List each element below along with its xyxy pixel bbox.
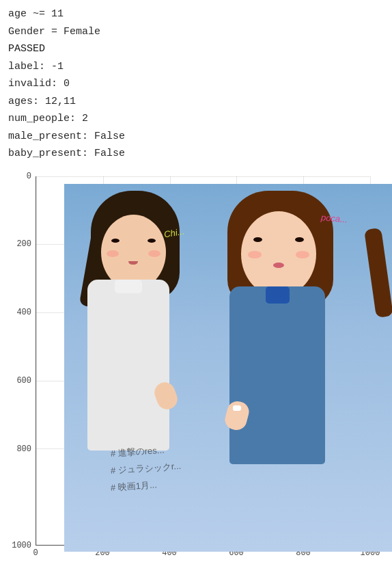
name-poca-overlay: poca...	[320, 212, 348, 224]
chart-container: 0 200 400 600 800 1000 0 200 400 600 800…	[8, 170, 377, 573]
girl-left-collar	[115, 280, 142, 293]
girl-left-eye-l	[111, 239, 120, 243]
male-present-line: male_present: False	[8, 128, 384, 146]
girl-left-body	[87, 280, 169, 451]
girl-right-hand	[223, 399, 251, 433]
girl-right-blush-r	[296, 251, 309, 258]
y-label-600: 600	[16, 376, 31, 386]
girl-left-mouth	[128, 261, 138, 265]
hashtag-overlay: # 進撃のres... # ジュラシックr... # 映画1月...	[81, 446, 380, 496]
girl-right-face	[241, 211, 316, 297]
ages-line: ages: 12,11	[8, 93, 384, 111]
baby-present-line: baby_present: False	[8, 145, 384, 163]
ring	[233, 405, 241, 411]
girl-left-blush-r	[148, 250, 160, 257]
y-label-800: 800	[16, 444, 31, 454]
passed-line: PASSED	[8, 40, 384, 58]
girl-right-hair-side	[364, 228, 392, 318]
label-line: label: -1	[8, 58, 384, 76]
invalid-line: invalid: 0	[8, 75, 384, 93]
photo-image: Chi... poca... # 進撃のres... # ジュラシックr... …	[64, 184, 392, 552]
y-label-0: 0	[27, 172, 31, 181]
grid-v-0	[36, 176, 37, 545]
girl-left-face	[101, 215, 166, 290]
girl-left-hand	[152, 379, 180, 412]
girl-left-eye-r	[148, 239, 156, 243]
num-people-line: num_people: 2	[8, 110, 384, 128]
girl-right-blush-l	[248, 251, 262, 258]
grid-h-0	[36, 176, 370, 177]
girl-right-mouth	[273, 263, 284, 268]
y-label-1000: 1000	[12, 541, 31, 550]
girl-right-eye-l	[253, 237, 262, 242]
girl-right-eye-r	[295, 237, 304, 242]
y-label-200: 200	[16, 239, 31, 249]
info-block: age ~= 11 Gender = Female PASSED label: …	[0, 0, 392, 167]
axis-area: Chi... poca... # 進撃のres... # ジュラシックr... …	[36, 176, 370, 546]
y-axis-labels: 0 200 400 600 800 1000	[8, 176, 34, 546]
girl-right-collar	[266, 286, 290, 304]
girls-scene: Chi... poca... # 進撃のres... # ジュラシックr... …	[64, 184, 392, 552]
x-label-0: 0	[33, 548, 38, 558]
age-line: age ~= 11	[8, 5, 384, 23]
girl-left-blush-l	[107, 250, 119, 257]
gender-line: Gender = Female	[8, 23, 384, 41]
y-label-400: 400	[16, 308, 31, 317]
